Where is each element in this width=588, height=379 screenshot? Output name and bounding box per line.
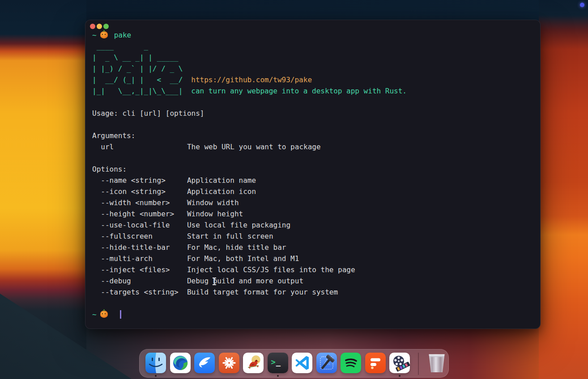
- screen-recording-dot: [580, 3, 584, 7]
- description: Application name: [187, 176, 256, 185]
- flag: --multi-arch: [92, 253, 187, 264]
- option-row: --multi-archFor Mac, both Intel and M1: [92, 253, 537, 264]
- flag: --icon <string>: [92, 186, 187, 197]
- prompt-path: ~: [92, 31, 97, 39]
- ibeam-cursor: [212, 278, 217, 285]
- flag: url: [92, 141, 187, 152]
- option-row: --use-local-fileUse local file packaging: [92, 219, 537, 231]
- xcode-hammer-icon: [316, 353, 337, 373]
- dock-item-movie-app[interactable]: [389, 353, 410, 373]
- tagline: can turn any webpage into a desktop app …: [191, 87, 407, 95]
- minimize-button[interactable]: [97, 24, 102, 29]
- option-row: --name <string>Application name: [92, 175, 537, 186]
- option-row: --fullscreenStart in full screen: [92, 231, 537, 242]
- description: Start in full screen: [187, 232, 273, 240]
- close-button[interactable]: [90, 24, 95, 29]
- flag: --use-local-file: [92, 219, 187, 231]
- arguments-list: urlThe web URL you want to package: [92, 141, 537, 152]
- flag: --targets <string>: [92, 286, 187, 298]
- dingtalk-wing-icon: [194, 353, 215, 373]
- description: Window height: [187, 210, 243, 218]
- description: Build target format for your system: [187, 288, 338, 296]
- running-indicator: [399, 375, 401, 377]
- usage-line: Usage: cli [url] [options]: [92, 108, 537, 119]
- vscode-icon: [292, 353, 312, 373]
- zoom-button[interactable]: [103, 24, 109, 29]
- flag: --width <number>: [92, 197, 187, 208]
- option-row: --inject <files>Inject local CSS/JS file…: [92, 264, 537, 275]
- ascii-art-logo: ____ _ | _ \ __ _| | _____ | |_) / _` | …: [92, 41, 537, 97]
- terminal-icon: >_: [268, 353, 288, 373]
- wallpaper-right-band: [539, 0, 588, 379]
- options-list: --name <string>Application name--icon <s…: [92, 175, 537, 298]
- movie-reel-app-icon: [389, 353, 410, 373]
- edge-browser-icon: [170, 353, 191, 373]
- terminal-output[interactable]: ~pake ____ _ | _ \ __ _| | _____ | |_) /…: [92, 29, 537, 326]
- description: The web URL you want to package: [187, 143, 321, 151]
- option-row: --width <number>Window width: [92, 197, 537, 208]
- running-indicator: [155, 375, 157, 377]
- text-cursor: [120, 310, 121, 319]
- github-link: https://github.com/tw93/pake: [191, 76, 312, 84]
- typed-command: pake: [114, 31, 132, 39]
- option-row: --debugDebug build and more output: [92, 275, 537, 286]
- dock: >_: [139, 349, 449, 378]
- description: Inject local CSS/JS files into the page: [187, 265, 355, 274]
- running-indicator: [277, 375, 279, 377]
- dock-item-edge[interactable]: [170, 353, 191, 373]
- terminal-window: ~pake ____ _ | _ \ __ _| | _____ | |_) /…: [85, 20, 541, 329]
- dock-item-vscode[interactable]: [292, 353, 312, 373]
- dock-item-dingtalk[interactable]: [194, 353, 215, 373]
- prompt-line-bottom[interactable]: ~: [92, 309, 537, 320]
- spotify-icon: [341, 353, 361, 373]
- dock-item-starburst[interactable]: [219, 353, 239, 373]
- description: For Mac, both Intel and M1: [187, 254, 299, 263]
- flag: --height <number>: [92, 208, 187, 219]
- dock-item-spotify[interactable]: [341, 353, 361, 373]
- orange-tasks-app-icon: [365, 353, 386, 373]
- pumpkin-icon: [100, 31, 108, 38]
- dock-divider: [418, 353, 419, 375]
- option-row: --hide-title-barFor Mac, hide title bar: [92, 242, 537, 253]
- finder-icon: [145, 353, 166, 373]
- wallpaper-orange-wave: [0, 0, 86, 379]
- flag: --hide-title-bar: [92, 242, 187, 253]
- description: Window width: [187, 198, 239, 207]
- option-row: --height <number>Window height: [92, 208, 537, 219]
- prompt-line: ~pake: [92, 29, 537, 41]
- dock-item-cardinal[interactable]: [243, 353, 264, 373]
- description: For Mac, hide title bar: [187, 243, 286, 252]
- description: Use local file packaging: [187, 221, 290, 229]
- dock-item-trash[interactable]: [426, 353, 447, 373]
- arguments-header: Arguments:: [92, 130, 537, 141]
- cardinal-bird-app-icon: [243, 353, 264, 373]
- starburst-app-icon: [219, 353, 239, 373]
- flag: --fullscreen: [92, 231, 187, 242]
- option-row: --icon <string>Application icon: [92, 186, 537, 197]
- prompt-path: ~: [92, 310, 97, 319]
- dock-item-finder[interactable]: [145, 353, 166, 373]
- dock-item-xcode[interactable]: [316, 353, 337, 373]
- dock-item-orange-tasks[interactable]: [365, 353, 386, 373]
- argument-row: urlThe web URL you want to package: [92, 141, 537, 152]
- flag: --name <string>: [92, 175, 187, 186]
- flag: --debug: [92, 275, 187, 286]
- pumpkin-icon: [100, 311, 108, 318]
- trash-icon: [428, 354, 445, 372]
- description: Debug build and more output: [187, 277, 303, 285]
- option-row: --targets <string>Build target format fo…: [92, 286, 537, 298]
- description: Application icon: [187, 187, 256, 196]
- dock-item-terminal[interactable]: >_: [268, 353, 288, 373]
- flag: --inject <files>: [92, 264, 187, 275]
- options-header: Options:: [92, 164, 537, 175]
